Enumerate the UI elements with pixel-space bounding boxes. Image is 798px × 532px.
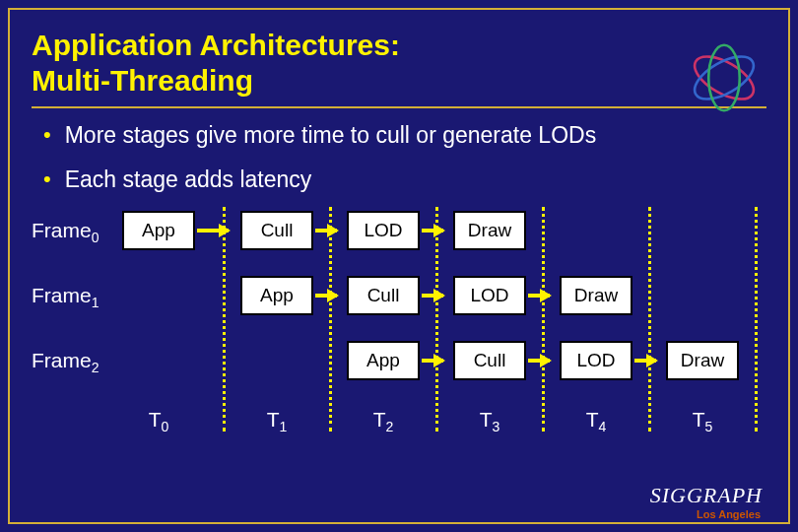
stage-box: LOD xyxy=(560,341,632,380)
frame-label: Frame2 xyxy=(32,349,99,375)
stage-box: Draw xyxy=(560,276,632,315)
stage-box: Draw xyxy=(666,341,739,380)
stage-box: App xyxy=(240,276,313,315)
bullet-dot-icon: • xyxy=(43,122,51,148)
stage-box: Cull xyxy=(347,276,420,315)
arrow-icon xyxy=(528,359,550,363)
stage-box: Cull xyxy=(453,341,526,380)
arrow-icon xyxy=(315,294,337,298)
arrow-icon xyxy=(422,294,443,298)
frame-row: Frame0 App Cull LOD Draw xyxy=(32,211,766,254)
stage-box: Cull xyxy=(240,211,313,250)
slide-frame: Application Architectures: Multi-Threadi… xyxy=(8,8,790,524)
stage-box: App xyxy=(347,341,420,380)
time-label: T5 xyxy=(666,408,739,434)
bullet-text: Each stage adds latency xyxy=(65,166,312,193)
time-axis: T0 T1 T2 T3 T4 T5 xyxy=(32,408,766,451)
time-label: T4 xyxy=(560,408,632,434)
footer-location: Los Angeles xyxy=(697,508,761,520)
frame-row: Frame1 App Cull LOD Draw xyxy=(32,276,766,319)
arrow-icon xyxy=(197,229,229,233)
title-line-1: Application Architectures: xyxy=(32,29,400,61)
bullet-dot-icon: • xyxy=(43,166,51,192)
siggraph-logo-icon xyxy=(680,43,768,112)
stage-box: LOD xyxy=(347,211,420,250)
slide-title: Application Architectures: Multi-Threadi… xyxy=(32,28,766,99)
time-label: T0 xyxy=(122,408,195,434)
svg-point-2 xyxy=(708,45,740,111)
arrow-icon xyxy=(634,359,656,363)
stage-box: Draw xyxy=(453,211,526,250)
time-label: T3 xyxy=(453,408,526,434)
time-label: T1 xyxy=(240,408,313,434)
frame-row: Frame2 App Cull LOD Draw xyxy=(32,341,766,384)
bullet-item: • More stages give more time to cull or … xyxy=(43,122,766,149)
frame-label: Frame0 xyxy=(32,219,99,245)
frame-label: Frame1 xyxy=(32,284,99,310)
bullet-item: • Each stage adds latency xyxy=(43,166,766,193)
footer-logo-text: SIGGRAPH xyxy=(650,483,763,508)
arrow-icon xyxy=(422,359,443,363)
title-divider xyxy=(32,106,766,108)
arrow-icon xyxy=(315,229,337,233)
stage-box: LOD xyxy=(453,276,526,315)
time-label: T2 xyxy=(347,408,420,434)
pipeline-diagram: Frame0 App Cull LOD Draw Frame1 App Cull… xyxy=(32,211,766,437)
arrow-icon xyxy=(528,294,550,298)
bullet-text: More stages give more time to cull or ge… xyxy=(65,122,596,149)
stage-box: App xyxy=(122,211,195,250)
title-line-2: Multi-Threading xyxy=(32,64,253,97)
arrow-icon xyxy=(422,229,443,233)
